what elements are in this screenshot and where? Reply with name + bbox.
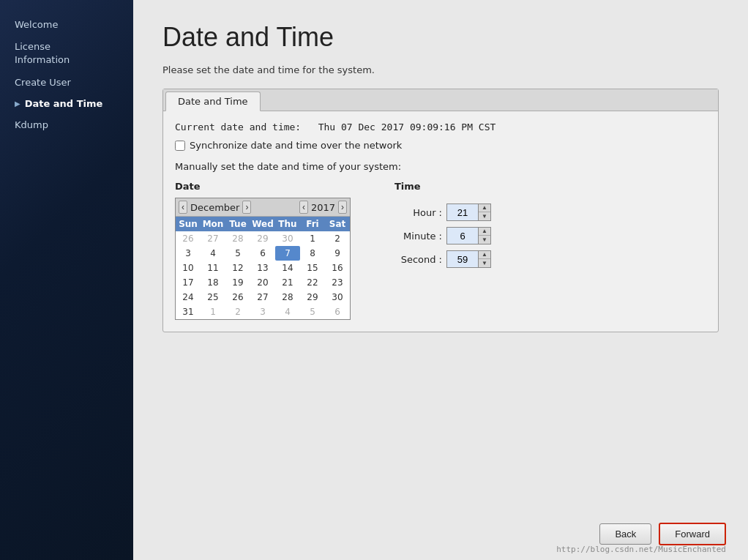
bottom-bar: Back Forward	[599, 523, 726, 545]
date-time-row: Date ‹ December › ‹ 2017	[175, 181, 706, 320]
calendar-day[interactable]: 30	[325, 290, 350, 305]
calendar-day[interactable]: 4	[275, 305, 300, 319]
calendar-day[interactable]: 1	[300, 231, 325, 246]
calendar-day[interactable]: 14	[275, 261, 300, 275]
sidebar-item-label: LicenseInformation	[15, 40, 70, 67]
calendar-day[interactable]: 21	[275, 275, 300, 290]
current-datetime: Current date and time: Thu 07 Dec 2017 0…	[175, 122, 706, 132]
second-input[interactable]	[447, 251, 478, 267]
sidebar-item-create-user[interactable]: Create User	[0, 72, 133, 92]
minute-label: Minute :	[394, 231, 442, 242]
time-heading: Time	[394, 181, 491, 192]
calendar-day[interactable]: 30	[275, 231, 300, 246]
calendar-nav: ‹ December › ‹ 2017 ›	[176, 198, 350, 217]
calendar-day[interactable]: 8	[300, 246, 325, 261]
sidebar-item-label: Create User	[15, 77, 71, 88]
calendar-day[interactable]: 10	[176, 261, 201, 275]
calendar-day[interactable]: 29	[300, 290, 325, 305]
calendar-box: ‹ December › ‹ 2017 › SunMonTueWedThu	[175, 198, 351, 320]
calendar-day[interactable]: 26	[225, 290, 250, 305]
tab-content: Current date and time: Thu 07 Dec 2017 0…	[163, 111, 718, 332]
calendar-grid: SunMonTueWedThuFriSat2627282930123456789…	[176, 217, 350, 319]
calendar-day[interactable]: 17	[176, 275, 201, 290]
calendar-day[interactable]: 5	[225, 246, 250, 261]
hour-spinners: ▲ ▼	[478, 204, 490, 220]
sync-checkbox[interactable]	[175, 141, 185, 151]
calendar-day[interactable]: 24	[176, 290, 201, 305]
page-description: Please set the date and time for the sys…	[162, 64, 719, 75]
calendar-day[interactable]: 3	[176, 246, 201, 261]
back-button[interactable]: Back	[599, 523, 651, 545]
calendar-day[interactable]: 27	[201, 231, 225, 246]
calendar-day[interactable]: 2	[325, 231, 350, 246]
sidebar-item-label: Date and Time	[25, 98, 103, 109]
calendar-day[interactable]: 1	[201, 305, 225, 319]
current-datetime-value: Thu 07 Dec 2017 09:09:16 PM CST	[318, 122, 496, 132]
month-label: December	[190, 202, 239, 213]
hour-down-button[interactable]: ▼	[479, 212, 490, 220]
prev-month-button[interactable]: ‹	[179, 201, 187, 214]
calendar-day[interactable]: 28	[275, 290, 300, 305]
minute-down-button[interactable]: ▼	[479, 236, 490, 244]
minute-spinners: ▲ ▼	[478, 228, 490, 244]
manual-label: Manually set the date and time of your s…	[175, 161, 706, 172]
sidebar-item-welcome[interactable]: Welcome	[0, 15, 133, 34]
sidebar-item-license[interactable]: LicenseInformation	[0, 36, 133, 71]
year-nav: ‹ 2017 ›	[299, 201, 347, 214]
calendar-day[interactable]: 29	[250, 231, 275, 246]
calendar-day[interactable]: 28	[225, 231, 250, 246]
calendar-day[interactable]: 5	[300, 305, 325, 319]
second-row: Second : ▲ ▼	[394, 250, 491, 268]
calendar-day[interactable]: 4	[201, 246, 225, 261]
hour-input[interactable]	[447, 204, 478, 220]
month-nav: ‹ December ›	[179, 201, 251, 214]
tab-date-time[interactable]: Date and Time	[165, 92, 261, 111]
prev-year-button[interactable]: ‹	[299, 201, 308, 214]
calendar-day[interactable]: 13	[250, 261, 275, 275]
calendar-day[interactable]: 7	[275, 246, 300, 261]
hour-input-wrap: ▲ ▼	[446, 204, 491, 221]
calendar-day[interactable]: 12	[225, 261, 250, 275]
date-heading: Date	[175, 181, 351, 192]
calendar-day[interactable]: 22	[300, 275, 325, 290]
calendar-day[interactable]: 27	[250, 290, 275, 305]
sync-row: Synchronize date and time over the netwo…	[175, 140, 706, 151]
sidebar-item-date-time[interactable]: ▶ Date and Time	[0, 94, 133, 113]
calendar-day[interactable]: 16	[325, 261, 350, 275]
calendar-day[interactable]: 23	[325, 275, 350, 290]
calendar-day[interactable]: 2	[225, 305, 250, 319]
hour-up-button[interactable]: ▲	[479, 204, 490, 212]
calendar-section: Date ‹ December › ‹ 2017	[175, 181, 351, 320]
minute-row: Minute : ▲ ▼	[394, 227, 491, 244]
calendar-day[interactable]: 3	[250, 305, 275, 319]
minute-input[interactable]	[447, 228, 478, 244]
calendar-day[interactable]: 19	[225, 275, 250, 290]
calendar-day[interactable]: 31	[176, 305, 201, 319]
calendar-day[interactable]: 6	[325, 305, 350, 319]
main-content: Date and Time Please set the date and ti…	[133, 0, 748, 560]
tab-bar: Date and Time	[163, 89, 718, 111]
sidebar-item-kdump[interactable]: Kdump	[0, 115, 133, 135]
second-label: Second :	[394, 254, 442, 265]
calendar-day[interactable]: 20	[250, 275, 275, 290]
calendar-day[interactable]: 11	[201, 261, 225, 275]
calendar-day[interactable]: 25	[201, 290, 225, 305]
minute-up-button[interactable]: ▲	[479, 228, 490, 236]
calendar-day[interactable]: 9	[325, 246, 350, 261]
sidebar-item-label: Welcome	[15, 19, 58, 30]
sidebar-item-label: Kdump	[15, 119, 48, 130]
minute-input-wrap: ▲ ▼	[446, 227, 491, 244]
second-up-button[interactable]: ▲	[479, 251, 490, 259]
sync-label[interactable]: Synchronize date and time over the netwo…	[190, 140, 402, 151]
next-year-button[interactable]: ›	[338, 201, 347, 214]
second-down-button[interactable]: ▼	[479, 259, 490, 267]
year-label: 2017	[311, 202, 335, 213]
forward-button[interactable]: Forward	[659, 523, 726, 545]
calendar-day[interactable]: 26	[176, 231, 201, 246]
calendar-day[interactable]: 18	[201, 275, 225, 290]
time-section: Time Hour : ▲ ▼ Minute :	[394, 181, 491, 274]
calendar-day[interactable]: 15	[300, 261, 325, 275]
calendar-day[interactable]: 6	[250, 246, 275, 261]
next-month-button[interactable]: ›	[242, 201, 251, 214]
second-spinners: ▲ ▼	[478, 251, 490, 267]
